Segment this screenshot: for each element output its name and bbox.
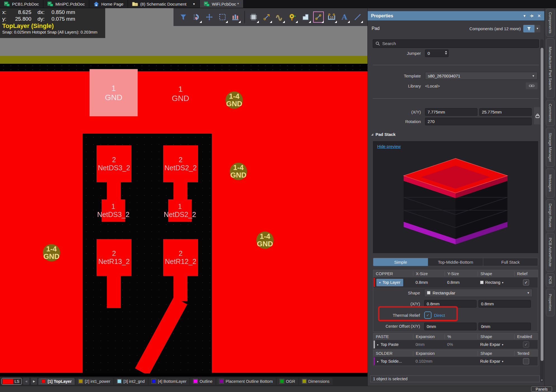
layer-tab-bottomlayer[interactable]: [4] BottomLayer: [149, 378, 189, 385]
layer-tab-placement-outline-bottom[interactable]: Placement Outline Bottom: [216, 378, 276, 385]
panel-scrollbar[interactable]: ▼: [540, 39, 544, 382]
pin-icon[interactable]: [530, 14, 534, 18]
scope-filter-button[interactable]: [523, 25, 534, 32]
pad-netds2-2-pin1[interactable]: 1 NetDS2_2: [168, 199, 192, 222]
via-tool-icon[interactable]: [288, 13, 297, 22]
library-link-button[interactable]: [526, 82, 538, 89]
route-tool-icon[interactable]: [262, 13, 271, 22]
tab-full-stack[interactable]: Full Stack: [483, 258, 538, 266]
via-gnd[interactable]: 1-4GND: [230, 163, 247, 180]
component-footprint-region[interactable]: 2 NetDS3_2 2 NetDS2_2 1 NetDS3_2 1 NetDS…: [83, 134, 212, 373]
tab-minipc-pcbdoc[interactable]: MiniPC.PcbDoc: [43, 0, 89, 8]
panel-tab-components[interactable]: Components: [546, 9, 555, 37]
next-layer-button[interactable]: ▶: [31, 378, 37, 385]
chevron-right-icon[interactable]: ▸: [377, 360, 379, 363]
shape-dropdown[interactable]: Rectangular▼: [424, 289, 532, 297]
snap-magnet-icon[interactable]: [192, 13, 201, 22]
scrollbar-thumb[interactable]: [541, 48, 543, 361]
thermal-relief-checkbox[interactable]: ✓: [424, 311, 431, 319]
properties-panel-header[interactable]: Properties ▼ ✕: [368, 11, 544, 20]
via-gnd[interactable]: 1-4GND: [226, 91, 243, 109]
panel-tab-comments[interactable]: Comments: [546, 100, 555, 126]
copper-top-layer-row[interactable]: ▾Top Layer 0.8mm 0.8mm Rectang▾ ✓: [373, 277, 538, 287]
shape-cell[interactable]: Rule Expar▾: [478, 342, 514, 347]
solder-top-row[interactable]: ▸Top Solde... 0.102mm Rule Expar▾ ✓: [373, 357, 538, 366]
trace-diagonal[interactable]: [135, 297, 187, 373]
trace-segment[interactable]: [107, 181, 121, 200]
tab-simple[interactable]: Simple: [373, 258, 428, 266]
pad-stack-3d-view[interactable]: [390, 153, 521, 248]
line-tool-icon[interactable]: [353, 13, 362, 22]
panel-tab-pcb[interactable]: PCB: [546, 273, 555, 287]
pad-gnd[interactable]: 1 GND: [163, 84, 198, 103]
tab-pcb1-pcbdoc[interactable]: PCB1.PcbDoc: [0, 0, 43, 8]
y-size-value[interactable]: 0.8mm: [445, 280, 478, 285]
x-position-input[interactable]: [425, 108, 477, 116]
relief-checkbox[interactable]: ✓: [523, 279, 529, 285]
rotation-input[interactable]: [425, 118, 532, 125]
tab-wifi-pcbdoc[interactable]: WiFi.PcbDoc *: [200, 0, 243, 8]
scope-filter-dropdown[interactable]: ▼: [534, 25, 540, 32]
layer-tab-ogr[interactable]: OGR: [277, 378, 298, 385]
trace-segment[interactable]: [173, 276, 187, 301]
pad-gnd-selected[interactable]: 1 GND: [90, 69, 138, 116]
offset-y-input[interactable]: [478, 323, 531, 330]
size-x-input[interactable]: [424, 300, 477, 308]
tab-home-page[interactable]: Home Page: [89, 0, 128, 8]
y-position-input[interactable]: [479, 108, 532, 116]
filter-tool-icon[interactable]: [179, 13, 187, 22]
panel-tab-pcb-activeroute[interactable]: PCB ActiveRoute: [546, 233, 555, 271]
tab-schematic-document[interactable]: (8) Schematic Document ▼: [128, 0, 200, 8]
size-y-input[interactable]: [478, 300, 531, 308]
track-tool-icon[interactable]: [314, 13, 323, 22]
align-tool-icon[interactable]: [231, 13, 240, 22]
paste-top-row[interactable]: ▸Top Paste 0mm 0% Rule Expar▾ ✓: [373, 340, 538, 349]
trace-segment[interactable]: [173, 181, 187, 200]
panel-tab-storage-manager[interactable]: Storage Manager: [546, 128, 555, 167]
chevron-down-icon[interactable]: ▼: [193, 3, 195, 6]
chevron-down-icon[interactable]: ▼: [523, 14, 526, 18]
panel-tab-properties[interactable]: Properties: [546, 289, 555, 316]
enabled-checkbox[interactable]: ✓: [523, 341, 529, 348]
close-icon[interactable]: ✕: [537, 13, 541, 18]
tented-checkbox[interactable]: ✓: [523, 358, 529, 364]
pad-netds3-2-pin1[interactable]: 1 NetDS3_2: [102, 199, 125, 222]
x-size-value[interactable]: 0.8mm: [413, 280, 445, 285]
pad-netds3-2[interactable]: 2 NetDS3_2: [97, 145, 132, 182]
pad-netds2-2[interactable]: 2 NetDS2_2: [163, 145, 198, 182]
place-component-icon[interactable]: [249, 13, 258, 22]
panel-tab-design-reuse[interactable]: Design Reuse: [546, 199, 555, 231]
tune-meander-icon[interactable]: [275, 13, 284, 22]
pad-stack-section-header[interactable]: Pad Stack: [371, 132, 396, 137]
layer-tab-outline[interactable]: Outline: [190, 378, 215, 385]
template-dropdown[interactable]: s80_2670034071 ▼: [425, 72, 538, 80]
pad-netr13-2[interactable]: 2 NetR13_2: [97, 239, 132, 276]
via-gnd[interactable]: 1-4GND: [256, 232, 274, 249]
spinner-arrows[interactable]: [445, 51, 447, 55]
shape-cell[interactable]: Rectang▾: [478, 280, 514, 285]
trace-segment[interactable]: [107, 276, 121, 308]
layer-tab-toplayer[interactable]: [1] TopLayer: [38, 378, 75, 385]
shape-cell[interactable]: Rule Expar▾: [478, 359, 514, 363]
via-gnd[interactable]: 1-4GND: [43, 244, 60, 261]
search-input[interactable]: [382, 41, 536, 46]
chevron-right-icon[interactable]: ▸: [377, 343, 379, 346]
layer-tab-dimensions[interactable]: Dimensions: [299, 378, 333, 385]
layer-sets-button[interactable]: LS: [1, 378, 22, 385]
polygon-pour-icon[interactable]: [301, 13, 310, 22]
move-tool-icon[interactable]: [205, 13, 214, 22]
tab-top-middle-bottom[interactable]: Top-Middle-Bottom: [428, 258, 483, 266]
prev-layer-button[interactable]: ◀: [23, 378, 29, 385]
scroll-down-icon[interactable]: ▼: [541, 379, 543, 382]
text-tool-icon[interactable]: A: [340, 13, 349, 22]
select-area-icon[interactable]: [218, 13, 227, 22]
pad-tool-icon[interactable]: 10: [327, 13, 336, 22]
layer-tab-int1-power[interactable]: [2] int1_power: [76, 378, 113, 385]
properties-search[interactable]: [373, 39, 539, 48]
panels-button[interactable]: Panels: [531, 386, 552, 392]
offset-x-input[interactable]: [424, 323, 477, 330]
hide-preview-link[interactable]: Hide preview: [377, 144, 401, 149]
pcb-canvas[interactable]: 2 NetDS3_2 2 NetDS2_2 1 NetDS3_2 1 NetDS…: [0, 8, 367, 377]
layer-tab-int2-gnd[interactable]: [3] int2_gnd: [114, 378, 148, 385]
panel-tab-manufacturer-part-search[interactable]: Manufacturer Part Search: [546, 38, 555, 98]
